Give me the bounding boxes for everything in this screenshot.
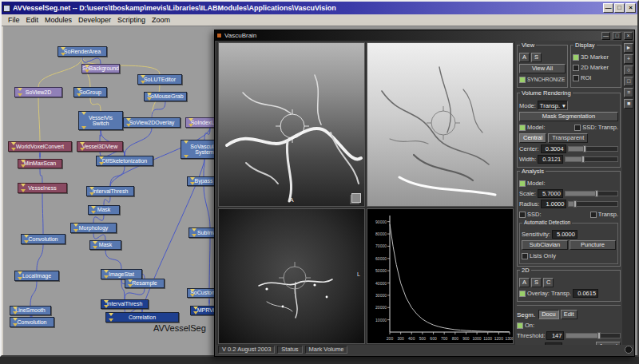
lists-only-checkbox[interactable] bbox=[522, 253, 528, 259]
module-node-mask[interactable]: Mask bbox=[88, 205, 120, 215]
menu-zoom[interactable]: Zoom bbox=[149, 16, 173, 24]
3d-marker-checkbox[interactable] bbox=[573, 54, 579, 61]
pointer-tool-icon[interactable]: ► bbox=[624, 43, 633, 53]
2d-axial-button[interactable]: A bbox=[519, 278, 530, 287]
2d-coronal-button[interactable]: C bbox=[543, 278, 554, 287]
module-node-vesselvis-switch[interactable]: VesselVis Switch bbox=[78, 111, 123, 130]
viewport-volume-render-left[interactable]: A bbox=[218, 42, 365, 207]
node-connector-icon[interactable] bbox=[73, 229, 78, 232]
node-connector-icon[interactable] bbox=[85, 69, 89, 73]
minimize-icon[interactable]: — bbox=[601, 32, 610, 40]
menu-edit[interactable]: Edit bbox=[23, 16, 42, 24]
docu-button[interactable]: Docu bbox=[538, 310, 559, 319]
menu-file[interactable]: File bbox=[5, 16, 23, 24]
node-connector-icon[interactable] bbox=[109, 313, 113, 316]
threshold-slider[interactable] bbox=[566, 333, 621, 338]
node-connector-icon[interactable] bbox=[99, 156, 104, 160]
module-node-vesselness[interactable]: Vesselness bbox=[18, 183, 67, 193]
subclavian-button[interactable]: SubClavian bbox=[522, 240, 568, 250]
2d-sagittal-button[interactable]: S bbox=[531, 278, 542, 287]
node-connector-icon[interactable] bbox=[141, 75, 145, 78]
close-icon[interactable]: × bbox=[624, 32, 633, 40]
zoom-tool-icon[interactable]: ○ bbox=[624, 65, 633, 75]
node-connector-icon[interactable] bbox=[147, 93, 152, 96]
node-connector-icon[interactable] bbox=[104, 275, 109, 279]
center-value-field[interactable]: 0.3004 bbox=[541, 144, 566, 153]
maximize-icon[interactable]: □ bbox=[613, 32, 621, 40]
module-node-intervalthresh[interactable]: IntervalThresh bbox=[101, 299, 149, 309]
pan-tool-icon[interactable]: + bbox=[624, 54, 633, 64]
node-connector-icon[interactable] bbox=[77, 88, 81, 91]
back-titlebar[interactable]: AVVesselSeg.net -- D:\users\tboskamp\mev… bbox=[2, 2, 637, 14]
module-node-soview2doverlay[interactable]: SoView2DOverlay bbox=[123, 117, 181, 128]
menu-developer[interactable]: Developer bbox=[75, 16, 114, 24]
node-connector-icon[interactable] bbox=[192, 228, 196, 231]
node-connector-icon[interactable] bbox=[190, 177, 195, 180]
node-connector-icon[interactable] bbox=[24, 240, 29, 243]
node-connector-icon[interactable] bbox=[190, 294, 195, 297]
module-node-morphology[interactable]: Morphology bbox=[70, 223, 117, 233]
node-connector-icon[interactable] bbox=[13, 318, 18, 321]
mask-segmentation-button[interactable]: Mask Segmentation bbox=[519, 112, 618, 121]
node-connector-icon[interactable] bbox=[184, 155, 189, 158]
node-connector-icon[interactable] bbox=[21, 184, 26, 187]
node-connector-icon[interactable] bbox=[126, 124, 131, 127]
node-connector-icon[interactable] bbox=[85, 65, 89, 68]
module-node-minmaxscan[interactable]: MinMaxScan bbox=[18, 159, 62, 168]
node-connector-icon[interactable] bbox=[141, 81, 145, 84]
node-connector-icon[interactable] bbox=[104, 305, 109, 308]
module-node-convolution[interactable]: Convolution bbox=[21, 234, 65, 244]
module-node-intervalthresh[interactable]: IntervalThresh bbox=[86, 186, 134, 196]
module-node-correlation[interactable]: Correlation bbox=[105, 312, 179, 322]
layout-tool-icon[interactable]: □ bbox=[624, 77, 633, 86]
module-node-sobackground[interactable]: SoBackground bbox=[81, 64, 120, 73]
module-node-convolution[interactable]: Convolution bbox=[10, 317, 54, 327]
node-connector-icon[interactable] bbox=[81, 126, 86, 129]
node-connector-icon[interactable] bbox=[193, 307, 198, 310]
module-node-somousegrab[interactable]: SoMouseGrab bbox=[144, 92, 187, 101]
viewport-mri-slice[interactable]: L bbox=[218, 208, 365, 344]
node-connector-icon[interactable] bbox=[89, 192, 94, 196]
vr-model-checkbox[interactable] bbox=[519, 125, 526, 131]
module-node-dtfskeletonization[interactable]: DtfSkeletonization bbox=[96, 156, 153, 166]
width-slider[interactable] bbox=[565, 156, 618, 162]
analysis-model-checkbox[interactable] bbox=[519, 180, 526, 187]
node-connector-icon[interactable] bbox=[81, 112, 86, 115]
analysis-ssd-checkbox[interactable] bbox=[519, 212, 526, 218]
overlay-checkbox[interactable] bbox=[519, 291, 526, 297]
view-all-button[interactable]: View All bbox=[519, 64, 566, 73]
node-connector-icon[interactable] bbox=[18, 277, 22, 280]
node-connector-icon[interactable] bbox=[126, 118, 131, 121]
radius-slider[interactable] bbox=[568, 201, 618, 207]
node-connector-icon[interactable] bbox=[99, 162, 104, 165]
viewport-histogram[interactable]: 1000020000300004000050000600007000080000… bbox=[367, 208, 514, 344]
node-connector-icon[interactable] bbox=[93, 241, 97, 244]
node-connector-icon[interactable] bbox=[89, 187, 94, 190]
tab-transparent[interactable]: Transparent bbox=[548, 133, 588, 143]
node-connector-icon[interactable] bbox=[13, 323, 18, 326]
node-connector-icon[interactable] bbox=[189, 118, 193, 121]
node-connector-icon[interactable] bbox=[21, 189, 26, 192]
snapshot-tool-icon[interactable]: ≡ bbox=[624, 88, 633, 97]
node-connector-icon[interactable] bbox=[21, 160, 26, 163]
module-node-resample[interactable]: Resample bbox=[125, 279, 165, 288]
center-slider[interactable] bbox=[568, 146, 618, 152]
scale-slider[interactable] bbox=[565, 191, 618, 196]
node-connector-icon[interactable] bbox=[18, 271, 22, 275]
node-connector-icon[interactable] bbox=[61, 47, 65, 50]
node-connector-icon[interactable] bbox=[91, 211, 96, 214]
node-connector-icon[interactable] bbox=[73, 224, 78, 227]
view-axial-button[interactable]: A bbox=[519, 53, 530, 62]
module-node-sorenderarea[interactable]: SoRenderArea bbox=[58, 46, 107, 57]
module-node-vessel3dview[interactable]: Vessel3DView bbox=[77, 141, 123, 152]
maximize-icon[interactable]: □ bbox=[614, 3, 625, 13]
node-connector-icon[interactable] bbox=[104, 300, 109, 303]
vr-ssd-checkbox[interactable] bbox=[574, 125, 581, 131]
close-icon[interactable]: × bbox=[625, 3, 636, 13]
node-connector-icon[interactable] bbox=[80, 148, 85, 151]
node-connector-icon[interactable] bbox=[91, 206, 96, 209]
node-connector-icon[interactable] bbox=[21, 164, 26, 168]
radius-value-field[interactable]: 1.0000 bbox=[541, 200, 566, 208]
node-connector-icon[interactable] bbox=[77, 93, 81, 97]
module-node-sogroup[interactable]: SoGroup bbox=[73, 87, 107, 97]
